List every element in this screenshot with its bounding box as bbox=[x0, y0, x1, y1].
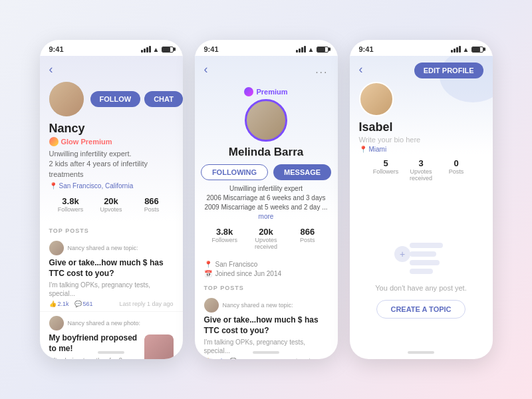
nancy-posts-num: 866 bbox=[132, 196, 172, 206]
nancy-top-posts-title: TOP POSTS bbox=[40, 222, 183, 237]
time-3: 9:41 bbox=[359, 45, 374, 53]
nancy-post2-meta: Nancy shared a new photo: bbox=[49, 316, 174, 331]
nancy-post2-snippet: After being together for 2 years he fina… bbox=[49, 356, 139, 359]
premium-badge: Premium bbox=[204, 87, 329, 96]
phone-melinda: 9:41 ▲ ‹ ··· Premium bbox=[195, 40, 338, 359]
nancy-post2-shared: Nancy shared a new photo: bbox=[68, 320, 141, 327]
nancy-post2-avatar bbox=[49, 316, 64, 331]
isabel-stat-followers: 5 Followers bbox=[368, 158, 404, 182]
melinda-stats: 3.8k Followers 20k Upvotes received 866 … bbox=[204, 227, 329, 250]
no-posts-area: + You don't have any post yet. CREATE A … bbox=[350, 196, 493, 359]
nancy-followers-label: Followers bbox=[51, 206, 91, 213]
nancy-stat-followers: 3.8k Followers bbox=[51, 196, 91, 213]
nancy-post1-likes: 👍 2.1k bbox=[49, 301, 69, 307]
isabel-name: Isabel bbox=[359, 120, 483, 134]
melinda-post1-title: Give or take...how much $ has TTC cost t… bbox=[204, 315, 329, 336]
melinda-post-1[interactable]: Nancy shared a new topic: Give or take..… bbox=[195, 294, 338, 359]
glow-badge: Glow Premium bbox=[49, 137, 174, 146]
nancy-post1-lastReply: Last reply 1 day ago bbox=[119, 301, 173, 307]
location-pin-icon-3: 📍 bbox=[359, 146, 367, 153]
nancy-post1-avatar bbox=[49, 241, 64, 255]
back-button-1[interactable]: ‹ bbox=[49, 63, 174, 76]
isabel-location: 📍 Miami bbox=[359, 146, 483, 153]
melinda-nav: ‹ ··· bbox=[204, 63, 329, 82]
chat-button[interactable]: CHAT bbox=[144, 91, 182, 107]
back-button-3[interactable]: ‹ bbox=[359, 63, 363, 76]
status-icons-2: ▲ bbox=[296, 46, 329, 53]
melinda-stat-followers: 3.8k Followers bbox=[204, 227, 245, 250]
isabel-bio-placeholder[interactable]: Write your bio here bbox=[359, 136, 483, 144]
phones-container: 9:41 ▲ ‹ FOLLOW CHAT bbox=[27, 27, 506, 372]
melinda-location: 📍 San Francisco bbox=[204, 261, 329, 268]
create-topic-button[interactable]: CREATE A TOPIC bbox=[376, 300, 465, 319]
nancy-post1-comments: 💬 561 bbox=[74, 301, 93, 307]
time-1: 9:41 bbox=[49, 45, 64, 53]
isabel-stat-upvotes: 3 Upvotes received bbox=[404, 158, 439, 182]
nancy-upvotes-num: 20k bbox=[91, 196, 132, 206]
nancy-location: 📍 San Francisco, California bbox=[49, 182, 174, 190]
nancy-upvotes-label: Upvotes bbox=[91, 206, 132, 213]
scroll-indicator-1 bbox=[98, 351, 124, 354]
nancy-avatar bbox=[49, 82, 84, 116]
status-bar-1: 9:41 ▲ bbox=[40, 40, 183, 56]
melinda-header: ‹ ··· Premium Melinda Barra FOLLOWING ME… bbox=[195, 56, 338, 261]
nancy-stat-upvotes: 20k Upvotes bbox=[91, 196, 132, 213]
battery-icon-2 bbox=[317, 47, 329, 53]
nancy-post1-footer: 👍 2.1k 💬 561 Last reply 1 day ago bbox=[49, 301, 174, 307]
melinda-avatar bbox=[245, 99, 287, 142]
nancy-post1-title: Give or take...how much $ has TTC cost t… bbox=[49, 258, 174, 279]
nancy-name: Nancy bbox=[49, 122, 174, 136]
melinda-joined: 📅 Joined since Jun 2014 bbox=[204, 270, 329, 277]
edit-profile-button[interactable]: EDIT PROFILE bbox=[414, 63, 483, 78]
more-options-button[interactable]: ··· bbox=[315, 66, 328, 78]
melinda-name: Melinda Barra bbox=[204, 146, 329, 159]
phone-nancy: 9:41 ▲ ‹ FOLLOW CHAT bbox=[40, 40, 183, 359]
nancy-post-1[interactable]: Nancy shared a new topic: Give or take..… bbox=[40, 237, 183, 312]
nancy-action-buttons: FOLLOW CHAT ▾ bbox=[90, 91, 183, 107]
status-bar-2: 9:41 ▲ bbox=[195, 40, 338, 56]
nancy-header: ‹ FOLLOW CHAT ▾ Nancy Glow Premium Unwil… bbox=[40, 56, 183, 222]
melinda-bio: Unwilling infertility expert2006 Miscarr… bbox=[204, 184, 329, 221]
follow-button[interactable]: FOLLOW bbox=[90, 91, 141, 107]
melinda-post1-meta: Nancy shared a new topic: bbox=[204, 298, 329, 313]
melinda-post1-footer: 👍 2.1k 💬 561 Last reply 1 day ago bbox=[204, 358, 329, 359]
following-button[interactable]: FOLLOWING bbox=[201, 164, 268, 180]
status-bar-3: 9:41 ▲ bbox=[350, 40, 493, 56]
melinda-top-posts-title: TOP POSTS bbox=[195, 279, 338, 294]
nancy-stats: 3.8k Followers 20k Upvotes 866 Posts bbox=[49, 196, 174, 213]
melinda-post1-likes: 👍 2.1k bbox=[204, 358, 224, 359]
battery-icon-3 bbox=[471, 47, 483, 53]
nancy-bio: Unwilling infertility expert.2 kids afte… bbox=[49, 149, 174, 180]
time-2: 9:41 bbox=[204, 45, 219, 53]
isabel-stat-posts: 0 Posts bbox=[439, 158, 474, 182]
isabel-avatar bbox=[359, 82, 394, 116]
more-link[interactable]: more bbox=[259, 213, 274, 220]
nancy-post1-shared: Nancy shared a new topic: bbox=[68, 245, 138, 251]
nancy-stat-posts: 866 Posts bbox=[132, 196, 172, 213]
status-icons-3: ▲ bbox=[451, 46, 483, 53]
location-pin-icon-2: 📍 bbox=[204, 261, 212, 268]
melinda-actions: FOLLOWING MESSAGE bbox=[204, 164, 329, 180]
back-button-2[interactable]: ‹ bbox=[204, 63, 208, 76]
no-posts-message: You don't have any post yet. bbox=[375, 284, 466, 292]
scroll-indicator-3 bbox=[408, 351, 434, 354]
calendar-icon: 📅 bbox=[204, 270, 212, 277]
glow-label: Glow Premium bbox=[61, 138, 112, 146]
premium-label: Premium bbox=[256, 88, 287, 96]
melinda-stat-upvotes: 20k Upvotes received bbox=[245, 227, 287, 250]
nancy-post2-image bbox=[144, 334, 174, 359]
nancy-followers-num: 3.8k bbox=[51, 196, 91, 206]
melinda-post1-comments: 💬 561 bbox=[229, 358, 248, 359]
premium-icon bbox=[244, 87, 253, 96]
melinda-post1-shared: Nancy shared a new topic: bbox=[223, 302, 293, 309]
nancy-profile-top: FOLLOW CHAT ▾ bbox=[49, 82, 174, 116]
nancy-post2-title: My boyfriend proposed to me! bbox=[49, 333, 139, 354]
isabel-location-text: Miami bbox=[369, 146, 387, 153]
melinda-stat-posts: 866 Posts bbox=[287, 227, 328, 250]
nancy-posts-label: Posts bbox=[132, 206, 172, 213]
melinda-post1-avatar bbox=[204, 298, 219, 313]
nancy-post1-snippet: I'm talking OPKs, pregnancy tests, speci… bbox=[49, 281, 174, 298]
message-button[interactable]: MESSAGE bbox=[273, 164, 331, 180]
glow-icon bbox=[49, 137, 59, 146]
wifi-icon-3: ▲ bbox=[463, 46, 469, 53]
